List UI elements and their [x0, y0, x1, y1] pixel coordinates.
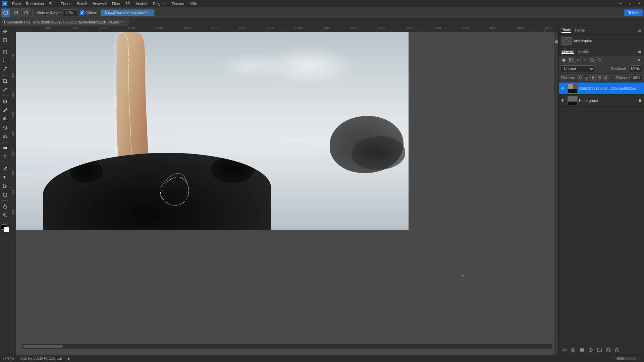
menu-auswahl[interactable]: Auswahl: [90, 0, 109, 7]
layer-type-pixel[interactable]: [568, 57, 574, 63]
menu-plugins[interactable]: Plug-ins: [150, 0, 169, 7]
menu-3d[interactable]: 3D: [123, 0, 133, 7]
new-group-btn[interactable]: [596, 346, 603, 354]
menu-bar: Ps Datei Bearbeiten Bild Ebene Schrift A…: [0, 0, 644, 7]
add-style-btn[interactable]: fx: [570, 346, 577, 354]
svg-rect-4: [3, 39, 7, 42]
svg-text:1850: 1850: [12, 93, 14, 98]
canvas-viewport[interactable]: ✦: [16, 32, 558, 349]
photoshop-canvas: [16, 32, 409, 230]
tool-lasso-left[interactable]: [1, 57, 9, 65]
menu-bild[interactable]: Bild: [47, 0, 58, 7]
menu-ansicht[interactable]: Ansicht: [133, 0, 150, 7]
layer-1-visibility[interactable]: 👁: [561, 86, 566, 91]
horizontal-scrollbar[interactable]: [22, 344, 552, 349]
auswahl-button[interactable]: Auswählen und maskieren...: [101, 9, 154, 16]
panel-menu-icon[interactable]: ☰: [638, 28, 641, 33]
tool-crop[interactable]: [1, 77, 9, 85]
layer-item-1[interactable]: 👁 93db395218b057...330cfde8922cb: [559, 82, 644, 95]
tool-hand[interactable]: [1, 202, 9, 210]
layer-type-adjustment[interactable]: A: [575, 57, 581, 63]
layer-type-text[interactable]: T: [582, 57, 588, 63]
tab-pfade[interactable]: Pfade: [561, 28, 571, 33]
layer-2-visibility[interactable]: 👁: [561, 98, 566, 103]
svg-point-127: [605, 78, 606, 79]
path-item-arbeitspfad[interactable]: Arbeitspfad: [560, 36, 643, 46]
tool-path-select[interactable]: [1, 182, 9, 190]
tool-magnetic-lasso[interactable]: [21, 8, 30, 17]
menu-fenster[interactable]: Fenster: [169, 0, 187, 7]
panel-icon-paths[interactable]: [555, 35, 558, 38]
tool-dodge[interactable]: [1, 153, 9, 161]
blend-mode-select[interactable]: Normal Aufhellen Abdunkeln Multipliziere…: [561, 65, 594, 72]
menu-schrift[interactable]: Schrift: [74, 0, 90, 7]
lock-artboard[interactable]: [597, 75, 602, 80]
layer-filter-close[interactable]: [636, 57, 642, 63]
new-layer-btn[interactable]: [604, 346, 612, 354]
tool-eraser[interactable]: [1, 132, 9, 140]
weiche-kanten-input[interactable]: [64, 9, 77, 16]
tool-zoom[interactable]: [1, 211, 9, 219]
new-adjustment-btn[interactable]: [587, 346, 594, 354]
tool-lasso[interactable]: [1, 8, 10, 17]
layer-type-smart[interactable]: [596, 57, 602, 63]
status-zoom-in[interactable]: ＋: [638, 356, 641, 361]
layer-item-2[interactable]: 👁 Hintergrund 🔒: [559, 95, 644, 107]
menu-datei[interactable]: Datei: [9, 0, 23, 7]
add-mask-btn[interactable]: [578, 346, 586, 354]
tool-extra[interactable]: ⋯: [1, 236, 9, 244]
lock-transparent[interactable]: [578, 75, 583, 80]
hscroll-thumb[interactable]: [23, 345, 63, 348]
document-tab[interactable]: Unbenannt-1 bei 78% (93db395218b0572717a…: [1, 18, 129, 26]
svg-text:fx: fx: [572, 349, 574, 352]
tool-eyedropper[interactable]: [1, 86, 9, 94]
opacity-input[interactable]: [629, 65, 642, 72]
menu-ebene[interactable]: Ebene: [58, 0, 74, 7]
lock-all[interactable]: [603, 75, 608, 80]
layers-menu-icon[interactable]: ☰: [638, 49, 641, 54]
close-button[interactable]: ✕: [635, 0, 644, 7]
maximize-button[interactable]: □: [625, 0, 635, 7]
menu-hilfe[interactable]: Hilfe: [187, 0, 200, 7]
tool-history[interactable]: [1, 124, 9, 132]
tab-close-button[interactable]: ×: [124, 20, 126, 24]
panel-icon-layers[interactable]: [555, 40, 558, 44]
tool-artboard[interactable]: [1, 36, 9, 44]
flache-input[interactable]: [629, 74, 642, 81]
tool-polygonal-lasso[interactable]: [11, 8, 20, 17]
svg-text:2150: 2150: [239, 27, 247, 29]
tab-ebenen[interactable]: Ebenen: [561, 49, 574, 54]
svg-text:Ps: Ps: [3, 2, 6, 6]
status-arrow[interactable]: ▶: [68, 357, 70, 360]
tool-pen[interactable]: [1, 165, 9, 173]
zoom-slider[interactable]: [616, 357, 637, 360]
lock-image[interactable]: [584, 75, 589, 80]
tab-farbe[interactable]: Farbe: [575, 28, 585, 33]
layer-type-shape[interactable]: [589, 57, 595, 63]
menu-filter[interactable]: Filter: [109, 0, 123, 7]
teilen-button[interactable]: Teilen: [624, 9, 643, 16]
tool-move[interactable]: [1, 27, 9, 36]
tool-gradient[interactable]: [1, 144, 9, 152]
lock-position[interactable]: [590, 75, 596, 80]
svg-text:2500: 2500: [434, 27, 441, 29]
tool-brush[interactable]: [1, 106, 9, 114]
tool-wand[interactable]: [1, 65, 9, 73]
layer-type-filter[interactable]: ⬤: [561, 57, 567, 63]
layers-header-icons: ☰: [638, 49, 641, 54]
tool-heal[interactable]: [1, 98, 9, 106]
tool-shape[interactable]: [1, 191, 9, 199]
color-swatches[interactable]: [1, 224, 9, 232]
menu-bearbeiten[interactable]: Bearbeiten: [23, 0, 47, 7]
link-layers-btn[interactable]: [561, 346, 568, 354]
tab-kanale[interactable]: Kanäle: [578, 50, 590, 54]
tool-type[interactable]: T: [1, 173, 9, 181]
minimize-button[interactable]: ─: [616, 0, 625, 7]
layer-1-info: 93db395218b057...330cfde8922cb: [579, 86, 642, 90]
delete-layer-btn[interactable]: [613, 346, 621, 354]
status-zoom-out[interactable]: －: [612, 356, 615, 361]
svg-text:2000: 2000: [12, 151, 14, 156]
tool-clone[interactable]: [1, 115, 9, 123]
glatten-checkbox[interactable]: [80, 10, 84, 15]
tool-marquee[interactable]: [1, 48, 9, 56]
